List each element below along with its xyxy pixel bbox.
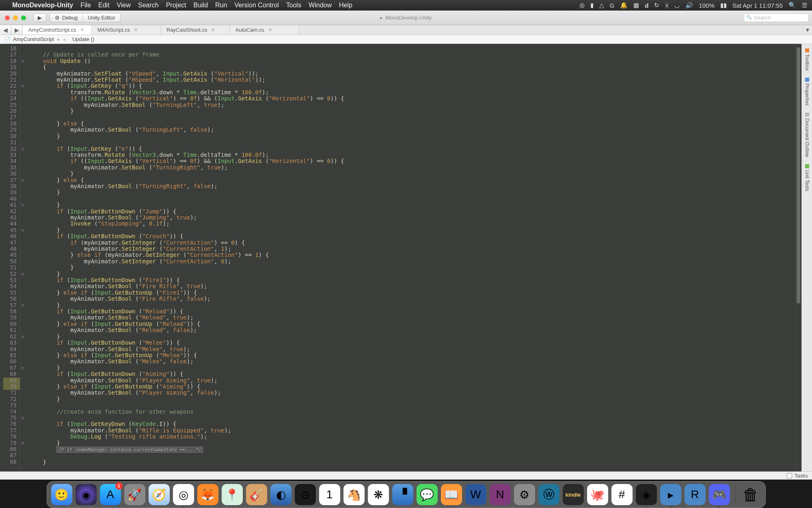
menu-window[interactable]: Window [309,2,332,9]
clock[interactable]: Sat Apr 1 11:07:55 [732,2,783,9]
siri-icon[interactable]: ◉ [76,484,97,505]
breadcrumb-file[interactable]: AmyControlScript [13,36,54,42]
bluetooth-icon[interactable]: ᚸ [665,2,669,9]
search-placeholder-text: Search [754,15,771,21]
word-icon[interactable]: W [465,484,486,505]
launchpad-icon[interactable]: 🚀 [124,484,145,505]
status-icon[interactable]: d [645,2,648,9]
status-icon[interactable]: 🔔 [620,2,628,9]
menu-version-control[interactable]: Version Control [234,2,279,9]
running-indicator-icon [61,506,63,508]
tab-overflow-button[interactable]: ▾ [802,25,812,35]
close-icon[interactable]: ✕ [268,27,272,33]
monodevelop-icon[interactable]: ▸ [660,484,681,505]
chrome-icon[interactable]: ◎ [173,484,194,505]
app2-icon[interactable]: 🐴 [343,484,365,505]
side-panel-properties[interactable]: Properties [803,75,811,109]
firefox-icon[interactable]: 🦊 [197,484,218,505]
menu-search[interactable]: Search [138,2,159,9]
menu-view[interactable]: View [117,2,131,9]
document-tab[interactable]: AmyControlScript.cs✕ [23,25,92,35]
battery-percent[interactable]: 100% [699,2,714,9]
breadcrumb[interactable]: 📄 AmyControlScript ▸ ▫ Update () [0,35,812,44]
kindle-icon[interactable]: kindle [563,484,584,505]
volume-icon[interactable]: 🔊 [685,2,693,9]
unity-icon[interactable]: ◈ [636,484,657,505]
running-indicator-icon [183,506,184,508]
timemachine-icon[interactable]: ↻ [654,2,659,9]
github-icon[interactable]: 🐙 [587,484,608,505]
tab-nav-forward-button[interactable]: ▶ [11,25,23,35]
search-input[interactable]: Search [744,13,809,22]
run-config-selector[interactable]: ⚙Debug Unity Editor [50,13,121,22]
trash-icon[interactable]: 🗑 [740,484,761,505]
garageband-icon[interactable]: 🎸 [246,484,267,505]
status-icon[interactable]: G [610,2,615,9]
document-tab[interactable]: AutoCam.cs✕ [230,25,299,35]
minimize-window-button[interactable] [13,15,18,20]
status-icon[interactable]: △ [599,2,604,9]
menu-project[interactable]: Project [166,2,186,9]
maps-icon[interactable]: 📍 [222,484,243,505]
menu-help[interactable]: Help [339,2,352,9]
document-tabs: ◀ ▶ AmyControlScript.cs✕M4AIScript.cs✕Ra… [0,25,812,35]
running-indicator-icon [646,506,647,508]
close-icon[interactable]: ✕ [80,27,84,33]
breadcrumb-member[interactable]: Update () [72,36,94,42]
wifi-icon[interactable]: ◡ [674,2,680,9]
menu-run[interactable]: Run [215,2,227,9]
app3-icon[interactable]: R [685,484,706,505]
close-window-button[interactable] [5,15,10,20]
messages-icon[interactable]: 💬 [417,484,438,505]
battery-icon[interactable]: ▮▮ [720,2,727,9]
menu-build[interactable]: Build [193,2,208,9]
discord-icon[interactable]: 🎮 [709,484,730,505]
close-icon[interactable]: ✕ [134,27,138,33]
photos-icon[interactable]: ❋ [368,484,389,505]
status-icon[interactable]: ▦ [633,2,639,9]
document-tab[interactable]: RayCastShoot.cs✕ [161,25,230,35]
gear-icon: ⚙ [55,15,60,21]
menubar-app-name[interactable]: MonoDevelop-Unity [12,2,73,9]
slack-icon[interactable]: # [611,484,633,505]
app-icon[interactable]: ◐ [270,484,292,505]
line-number-gutter[interactable]: 16 17 18 19 20 21 22 23 24 25 26 27 28 2… [0,44,20,471]
side-panel-unit-tests[interactable]: Unit Tests [803,161,811,194]
close-icon[interactable]: ✕ [211,27,215,33]
calendar-icon[interactable]: 1 [319,484,340,505]
keynote-icon[interactable]: ▝ [392,484,413,505]
side-panel-toolbox[interactable]: Toolbox [803,46,811,74]
finder-icon[interactable]: 🙂 [51,484,72,505]
tasks-checkbox[interactable] [787,473,792,478]
code-editor: 16 17 18 19 20 21 22 23 24 25 26 27 28 2… [0,44,812,471]
code-area[interactable]: // Update is called once per frame void … [25,44,795,471]
document-tab[interactable]: M4AIScript.cs✕ [92,25,161,35]
status-icon[interactable]: ▮ [590,2,594,9]
safari-icon[interactable]: 🧭 [149,484,170,505]
maximize-window-button[interactable] [21,15,26,20]
run-button[interactable]: ▶ [33,13,46,22]
panel-label: Document Outline [804,118,810,157]
menu-tools[interactable]: Tools [286,2,301,9]
side-panel-document-outline[interactable]: Document Outline [803,110,811,160]
settings-icon[interactable]: ⚙ [514,484,535,505]
steam-icon[interactable]: ⊙ [295,484,316,505]
vertical-scrollbar[interactable] [795,44,801,471]
menu-file[interactable]: File [80,2,91,9]
spotlight-icon[interactable]: 🔍 [788,2,796,9]
window-title: ▸ MonoDevelop-Unity [380,15,432,21]
scrollbar-thumb[interactable] [797,47,800,304]
status-icon[interactable]: ◎ [579,2,585,9]
onenote-icon[interactable]: N [490,484,511,505]
app-icon: ▸ [380,15,383,21]
method-icon: ▫ [63,37,69,42]
fold-gutter[interactable]: ⊟ ⊟ ⊟ ⊟ ⊟ ⊟ ⊟ ⊟ ⊟ ⊟ ⊟ ⊞ [20,44,25,471]
wordpress-icon[interactable]: ⓦ [538,484,559,505]
window-title-text: MonoDevelop-Unity [385,15,432,21]
menu-edit[interactable]: Edit [98,2,110,9]
appstore-icon[interactable]: A9 [100,484,121,505]
tasks-panel-toggle[interactable]: Tasks [0,471,812,480]
tab-nav-back-button[interactable]: ◀ [0,25,11,35]
notification-center-icon[interactable]: ☰ [802,2,807,9]
ibooks-icon[interactable]: 📖 [441,484,462,505]
